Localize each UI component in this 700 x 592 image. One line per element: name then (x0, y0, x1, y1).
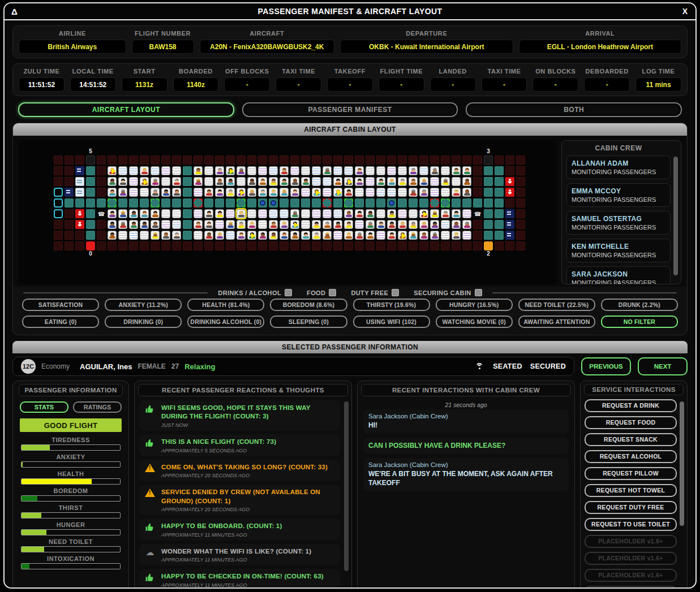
seat-cell[interactable] (215, 188, 224, 197)
seat-cell[interactable] (237, 177, 246, 186)
seat-cell[interactable] (151, 188, 160, 197)
seat-cell[interactable] (172, 231, 181, 240)
seat-cell[interactable] (344, 188, 353, 197)
seat-cell[interactable] (215, 231, 224, 240)
reaction-item[interactable]: WIFI SEEMS GOOD, HOPE IT STAYS THIS WAY … (139, 400, 340, 431)
filter-button[interactable]: HUNGRY (16.5%) (436, 299, 513, 311)
seat-cell[interactable] (258, 166, 267, 175)
stats-tab-stats[interactable]: STATS (20, 401, 68, 413)
service-button[interactable]: REQUEST ALCOHOL (585, 450, 677, 463)
seat-cell[interactable] (312, 209, 321, 218)
crew-member-card[interactable]: KEN MITCHELLEMONITORING PASSENGERS (566, 239, 671, 262)
seat-cell[interactable] (323, 166, 332, 175)
seat-cell[interactable] (161, 220, 170, 229)
seat-cell[interactable] (430, 220, 439, 229)
seat-cell[interactable] (226, 209, 235, 218)
seat-cell[interactable] (419, 220, 428, 229)
seat-cell[interactable] (280, 166, 289, 175)
seat-cell[interactable] (247, 231, 256, 240)
seat-cell[interactable] (226, 220, 235, 229)
seat-cell[interactable] (204, 166, 213, 175)
seat-cell[interactable] (452, 209, 461, 218)
seat-cell[interactable] (118, 220, 127, 229)
seat-cell[interactable] (344, 220, 353, 229)
seat-cell[interactable] (419, 231, 428, 240)
filter-button[interactable]: USING WIFI (102) (353, 316, 430, 328)
seat-cell[interactable] (301, 220, 310, 229)
seat-cell[interactable] (204, 220, 213, 229)
seat-cell[interactable] (172, 220, 181, 229)
reaction-item[interactable]: ☁WONDER WHAT THE WIFI IS LIKE? (COUNT: 1… (139, 544, 340, 566)
seat-cell[interactable] (355, 209, 364, 218)
seat-cell[interactable] (301, 166, 310, 175)
seat-cell[interactable] (409, 166, 418, 175)
seat-cell[interactable] (376, 166, 385, 175)
seat-cell[interactable] (247, 188, 256, 197)
previous-passenger-button[interactable]: PREVIOUS (581, 357, 631, 375)
seat-cell[interactable] (237, 209, 246, 218)
seat-cell[interactable] (387, 188, 396, 197)
seat-cell[interactable] (366, 188, 375, 197)
filter-button[interactable]: ANXIETY (11.2%) (105, 299, 182, 311)
seat-cell[interactable] (376, 220, 385, 229)
seat-cell[interactable] (376, 177, 385, 186)
seat-cell[interactable] (215, 177, 224, 186)
filter-button[interactable]: EATING (0) (22, 316, 99, 328)
seat-cell[interactable] (312, 177, 321, 186)
seat-cell[interactable] (140, 231, 149, 240)
tab-aircraft-layout[interactable]: AIRCRAFT LAYOUT (18, 102, 234, 117)
seat-cell[interactable] (269, 220, 278, 229)
seat-cell[interactable] (247, 209, 256, 218)
seat-cell[interactable] (161, 209, 170, 218)
seat-cell[interactable] (462, 231, 471, 240)
seat-cell[interactable] (172, 166, 181, 175)
seat-cell[interactable] (258, 231, 267, 240)
seat-cell[interactable] (172, 209, 181, 218)
seat-cell[interactable] (333, 166, 342, 175)
seat-cell[interactable] (441, 166, 450, 175)
seat-cell[interactable] (108, 166, 117, 175)
next-passenger-button[interactable]: NEXT (638, 357, 688, 375)
seat-cell[interactable] (376, 231, 385, 240)
filter-button[interactable]: NO FILTER (601, 316, 678, 328)
seat-cell[interactable] (129, 209, 138, 218)
seat-cell[interactable] (140, 220, 149, 229)
seat-cell[interactable] (409, 188, 418, 197)
seat-cell[interactable] (387, 166, 396, 175)
seat-cell[interactable] (430, 188, 439, 197)
seat-cell[interactable] (129, 188, 138, 197)
seat-cell[interactable] (129, 166, 138, 175)
seat-cell[interactable] (419, 188, 428, 197)
seat-cell[interactable] (129, 231, 138, 240)
reaction-item[interactable]: HAPPY TO BE CHECKED IN ON-TIME! (COUNT: … (139, 569, 340, 589)
seat-cell[interactable] (323, 188, 332, 197)
seat-cell[interactable] (462, 188, 471, 197)
service-button[interactable]: REQUEST DUTY FREE (585, 501, 677, 514)
seat-cell[interactable] (118, 209, 127, 218)
crew-member-card[interactable]: SARA JACKSONMONITORING PASSENGERS (566, 266, 671, 284)
seat-cell[interactable] (290, 220, 299, 229)
seat-cell[interactable] (430, 209, 439, 218)
seat-cell[interactable] (452, 166, 461, 175)
seat-cell[interactable] (247, 177, 256, 186)
filter-button[interactable]: BOREDOM (8.6%) (270, 299, 347, 311)
seat-cell[interactable] (387, 177, 396, 186)
filter-button[interactable]: SLEEPING (0) (270, 316, 347, 328)
seat-cell[interactable] (108, 231, 117, 240)
reaction-item[interactable]: THIS IS A NICE FLIGHT (COUNT: 73)APPROXI… (139, 434, 340, 456)
seat-cell[interactable] (280, 231, 289, 240)
seat-cell[interactable] (172, 177, 181, 186)
seat-cell[interactable] (269, 188, 278, 197)
seat-cell[interactable] (204, 188, 213, 197)
service-button[interactable]: REQUEST PILLOW (585, 467, 677, 480)
seat-cell[interactable] (409, 209, 418, 218)
seat-cell[interactable] (237, 220, 246, 229)
seat-cell[interactable] (161, 177, 170, 186)
seat-cell[interactable] (430, 177, 439, 186)
close-icon[interactable]: X (682, 7, 688, 16)
crew-member-card[interactable]: ALLANAH ADAMMONITORING PASSENGERS (566, 155, 671, 179)
seat-cell[interactable] (280, 220, 289, 229)
seat-cell[interactable] (387, 231, 396, 240)
seat-cell[interactable] (237, 188, 246, 197)
service-scrollbar[interactable] (680, 401, 684, 526)
